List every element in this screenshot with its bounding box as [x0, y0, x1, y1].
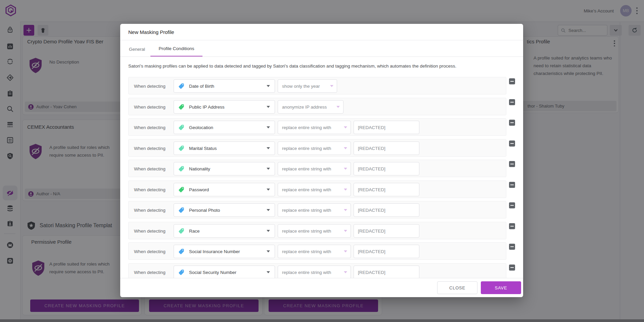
condition-row: When detecting Nationality replace entir… — [128, 160, 515, 177]
when-detecting-label: When detecting — [134, 160, 166, 177]
minus-icon — [510, 143, 514, 144]
tag-select[interactable]: Password — [174, 183, 275, 196]
remove-condition-button[interactable] — [509, 120, 515, 126]
tag-icon — [178, 248, 184, 254]
action-label: replace entire string with — [282, 146, 342, 151]
action-select[interactable]: replace entire string with — [278, 162, 351, 175]
action-select[interactable]: show only the year — [278, 79, 337, 93]
value-input[interactable] — [354, 121, 419, 134]
action-select[interactable]: anonymize IP address — [278, 100, 343, 114]
tag-select[interactable]: Social Security Number — [174, 266, 275, 278]
tab-general[interactable]: General — [124, 41, 150, 57]
action-select[interactable]: replace entire string with — [278, 245, 351, 258]
dropdown-caret-icon — [267, 126, 270, 128]
condition-row-box: When detecting Nationality replace entir… — [128, 160, 506, 177]
value-input[interactable] — [354, 224, 419, 238]
minus-icon — [510, 102, 514, 103]
when-detecting-label: When detecting — [134, 222, 166, 240]
dropdown-caret-icon — [267, 168, 270, 170]
minus-icon — [510, 185, 514, 185]
dropdown-caret-icon — [267, 230, 270, 232]
value-input[interactable] — [354, 142, 419, 155]
dropdown-caret-icon — [267, 209, 270, 211]
dropdown-caret-icon — [267, 147, 270, 149]
condition-row: When detecting Personal Photo replace en… — [128, 201, 515, 218]
condition-row-box: When detecting Social Security Number re… — [128, 263, 506, 278]
dropdown-caret-icon — [344, 230, 347, 232]
tag-select[interactable]: Geolocation — [174, 121, 275, 134]
condition-row: When detecting Public IP Address anonymi… — [128, 98, 515, 115]
condition-row: When detecting Race replace entire strin… — [128, 222, 515, 239]
action-select[interactable]: replace entire string with — [278, 121, 351, 134]
tabs-divider — [120, 56, 523, 57]
tag-select[interactable]: Social Insurance Number — [174, 245, 275, 258]
action-select[interactable]: replace entire string with — [278, 142, 351, 155]
tag-select[interactable]: Race — [174, 224, 275, 238]
value-input[interactable] — [354, 266, 419, 278]
tag-select[interactable]: Nationality — [174, 162, 275, 175]
dropdown-caret-icon — [336, 106, 340, 108]
conditions-list: When detecting Date of Birth show only t… — [128, 77, 515, 278]
dropdown-caret-icon — [330, 85, 333, 87]
action-select[interactable]: replace entire string with — [278, 224, 351, 238]
condition-row-box: When detecting Password replace entire s… — [128, 180, 506, 198]
action-label: replace entire string with — [282, 166, 342, 171]
tag-label: Personal Photo — [189, 208, 267, 213]
tag-label: Marital Status — [189, 146, 267, 151]
remove-condition-button[interactable] — [509, 265, 515, 271]
tag-icon — [178, 228, 184, 234]
dropdown-caret-icon — [344, 189, 347, 191]
minus-icon — [510, 246, 514, 247]
when-detecting-label: When detecting — [134, 181, 166, 198]
dropdown-caret-icon — [267, 250, 270, 252]
tag-select[interactable]: Public IP Address — [174, 100, 275, 114]
remove-condition-button[interactable] — [509, 244, 515, 250]
tag-icon — [178, 207, 184, 213]
when-detecting-label: When detecting — [134, 119, 166, 136]
remove-condition-button[interactable] — [509, 223, 515, 229]
dropdown-caret-icon — [344, 271, 347, 273]
value-input[interactable] — [354, 245, 419, 258]
tag-label: Social Insurance Number — [189, 249, 267, 254]
tag-select[interactable]: Marital Status — [174, 142, 275, 155]
remove-condition-button[interactable] — [509, 78, 515, 84]
tag-icon — [178, 83, 184, 89]
when-detecting-label: When detecting — [134, 98, 166, 116]
when-detecting-label: When detecting — [134, 264, 166, 278]
action-select[interactable]: replace entire string with — [278, 183, 351, 196]
action-label: replace entire string with — [282, 208, 342, 213]
condition-row: When detecting Social Insurance Number r… — [128, 242, 515, 260]
condition-row: When detecting Password replace entire s… — [128, 180, 515, 198]
remove-condition-button[interactable] — [509, 161, 515, 167]
tag-icon — [178, 145, 184, 151]
tag-label: Social Security Number — [189, 270, 267, 275]
remove-condition-button[interactable] — [509, 99, 515, 105]
tag-icon — [178, 269, 184, 275]
action-select[interactable]: replace entire string with — [278, 266, 351, 278]
remove-condition-button[interactable] — [509, 202, 515, 208]
action-select[interactable]: replace entire string with — [278, 203, 351, 217]
tab-profile-conditions[interactable]: Profile Conditions — [150, 41, 202, 57]
tag-label: Geolocation — [189, 125, 267, 130]
value-input[interactable] — [354, 203, 419, 217]
tag-label: Public IP Address — [189, 105, 267, 110]
close-button[interactable]: CLOSE — [437, 281, 477, 294]
remove-condition-button[interactable] — [509, 182, 515, 188]
value-input[interactable] — [354, 183, 419, 196]
remove-condition-button[interactable] — [509, 140, 515, 147]
tag-label: Date of Birth — [189, 84, 267, 89]
dropdown-caret-icon — [344, 209, 347, 211]
tag-select[interactable]: Date of Birth — [174, 79, 275, 93]
save-button[interactable]: SAVE — [481, 281, 521, 294]
minus-icon — [510, 267, 514, 268]
dropdown-caret-icon — [344, 168, 347, 170]
condition-row-box: When detecting Personal Photo replace en… — [128, 201, 506, 218]
when-detecting-label: When detecting — [134, 201, 166, 219]
minus-icon — [510, 81, 514, 82]
action-label: replace entire string with — [282, 125, 342, 130]
tag-label: Race — [189, 229, 267, 234]
action-label: replace entire string with — [282, 249, 342, 254]
tag-select[interactable]: Personal Photo — [174, 203, 275, 217]
dropdown-caret-icon — [267, 189, 270, 191]
value-input[interactable] — [354, 162, 419, 175]
